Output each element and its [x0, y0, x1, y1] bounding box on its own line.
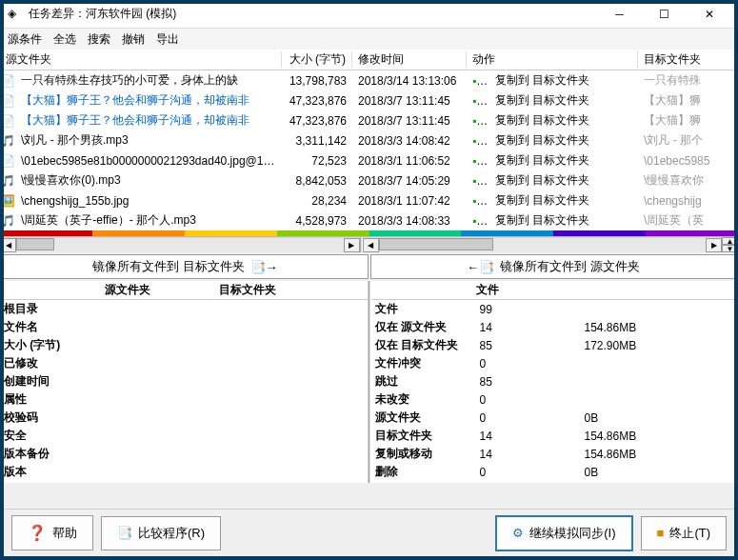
table-row[interactable]: 📄【大猫】狮子王？他会和狮子沟通，却被南非47,323,8762018/3/7 …	[0, 90, 738, 110]
action-icon: ▪▸▸	[467, 174, 489, 188]
mirror-left-icon: ←📑	[467, 260, 494, 274]
property-row: 版本备份	[0, 445, 368, 463]
table-row[interactable]: 🎵\刘凡 - 那个男孩.mp33,311,1422018/3/3 14:08:4…	[0, 130, 738, 150]
titlebar: ◈ 任务差异：河东软件园 (模拟) ─ ☐ ✕	[0, 0, 738, 29]
file-action: 复制到 目标文件夹	[489, 212, 638, 229]
col-target[interactable]: 目标文件夹	[638, 51, 738, 68]
file-action: 复制到 目标文件夹	[489, 72, 638, 89]
file-target: \chengshijg	[638, 194, 738, 208]
property-label: 校验码	[4, 410, 109, 426]
file-size: 8,842,053	[282, 174, 352, 188]
scroll-down-button[interactable]: ▼	[722, 245, 738, 252]
scroll-track-2[interactable]	[379, 238, 707, 252]
stat-row: 仅在 目标文件夹85172.90MB	[371, 336, 739, 354]
minimize-button[interactable]: ─	[598, 1, 641, 28]
table-row[interactable]: 🎵\慢慢喜欢你(0).mp38,842,0532018/3/7 14:05:29…	[0, 170, 738, 190]
menu-undo[interactable]: 撤销	[122, 31, 145, 48]
file-mtime: 2018/3/14 13:13:06	[352, 74, 467, 88]
scroll-thumb[interactable]	[16, 238, 54, 250]
action-icon: ▪▸▸	[467, 114, 489, 128]
file-icon: 🎵	[0, 214, 15, 228]
file-size: 13,798,783	[282, 74, 352, 88]
file-action: 复制到 目标文件夹	[489, 172, 638, 189]
table-row[interactable]: 📄一只有特殊生存技巧的小可爱，身体上的缺13,798,7832018/3/14 …	[0, 70, 738, 90]
property-row: 已修改	[0, 354, 368, 372]
stat-label: 文件冲突	[375, 355, 480, 371]
app-icon: ◈	[8, 7, 23, 22]
properties-panel: 根目录文件名大小 (字节)已修改创建时间属性校验码安全版本备份版本	[0, 300, 368, 483]
mirror-to-target-button[interactable]: 镜像所有文件到 目标文件夹 📑→	[2, 254, 369, 279]
stat-row: 跳过85	[371, 372, 739, 390]
scroll-left-button-2[interactable]: ◀	[363, 238, 379, 252]
file-target: \刘凡 - 那个	[638, 132, 738, 149]
stat-label: 源文件夹	[375, 410, 480, 426]
scroll-left-button[interactable]: ◀	[0, 238, 16, 252]
property-label: 已修改	[4, 355, 109, 371]
file-icon: 📄	[0, 114, 15, 128]
table-row[interactable]: 🖼️\chengshijg_155b.jpg28,2342018/3/1 11:…	[0, 190, 738, 210]
stat-row: 源文件夹00B	[371, 409, 739, 427]
property-label: 版本	[4, 464, 109, 480]
stat-extra: 154.86MB	[585, 448, 735, 461]
col-action[interactable]: 动作	[467, 51, 638, 68]
stat-extra: 172.90MB	[585, 339, 735, 352]
file-icon: 📄	[0, 74, 15, 88]
stat-row: 仅在 源文件夹14154.86MB	[371, 318, 739, 336]
menu-export[interactable]: 导出	[156, 31, 179, 48]
action-icon: ▪▸▸	[467, 194, 489, 208]
mirror-to-source-button[interactable]: ←📑 镜像所有文件到 源文件夹	[370, 254, 737, 279]
scrollbar-row: ◀ ▶ ◀ ▶ ▲ ▼	[0, 236, 738, 252]
col-mtime[interactable]: 修改时间	[352, 51, 467, 68]
property-label: 根目录	[4, 301, 109, 317]
stat-value: 0	[480, 466, 585, 479]
table-row[interactable]: 🎵\周延英（英子-effie）- 那个人.mp34,528,9732018/3/…	[0, 210, 738, 230]
stat-label: 复制或移动	[375, 446, 480, 462]
file-target: 【大猫】狮	[638, 92, 738, 109]
scroll-thumb-2[interactable]	[379, 238, 493, 250]
file-name: \周延英（英子-effie）- 那个人.mp3	[15, 212, 282, 229]
menu-search[interactable]: 搜索	[88, 31, 110, 48]
stats-panel: 文件99仅在 源文件夹14154.86MB仅在 目标文件夹85172.90MB文…	[371, 300, 739, 483]
file-table[interactable]: 📄一只有特殊生存技巧的小可爱，身体上的缺13,798,7832018/3/14 …	[0, 70, 738, 230]
file-name: 【大猫】狮子王？他会和狮子沟通，却被南非	[15, 92, 282, 109]
file-size: 4,528,973	[282, 214, 352, 228]
col-size[interactable]: 大小 (字节)	[282, 51, 352, 68]
table-row[interactable]: 📄\01ebec5985e81b0000000021293dad40.jpg@1…	[0, 150, 738, 170]
scroll-right-button-2[interactable]: ▶	[706, 238, 722, 252]
scroll-right-button[interactable]: ▶	[344, 238, 360, 252]
scroll-track[interactable]	[16, 238, 344, 252]
file-icon: 📄	[0, 154, 15, 168]
file-name: \慢慢喜欢你(0).mp3	[15, 172, 282, 189]
menu-selectall[interactable]: 全选	[53, 31, 76, 48]
maximize-button[interactable]: ☐	[643, 1, 686, 28]
file-name: 一只有特殊生存技巧的小可爱，身体上的缺	[15, 72, 282, 89]
file-mtime: 2018/3/7 14:05:29	[352, 174, 467, 188]
window-title: 任务差异：河东软件园 (模拟)	[29, 6, 598, 22]
property-row: 属性	[0, 390, 368, 409]
file-mtime: 2018/3/3 14:08:42	[352, 134, 467, 148]
file-action: 复制到 目标文件夹	[489, 152, 638, 169]
stat-label: 文件	[375, 301, 480, 317]
file-size: 72,523	[282, 154, 352, 168]
stat-row: 目标文件夹14154.86MB	[371, 427, 739, 445]
stat-value: 14	[480, 321, 585, 334]
property-label: 属性	[4, 391, 109, 408]
stat-value: 85	[480, 375, 585, 389]
col-source[interactable]: 源文件夹	[0, 51, 282, 68]
file-target: 【大猫】狮	[638, 112, 738, 129]
file-action: 复制到 目标文件夹	[489, 192, 638, 209]
property-row: 校验码	[0, 409, 368, 427]
stat-value: 14	[480, 430, 585, 443]
file-mtime: 2018/3/7 13:11:45	[352, 94, 467, 108]
stat-value: 14	[480, 448, 585, 461]
menu-source[interactable]: 源条件	[8, 31, 42, 48]
close-button[interactable]: ✕	[688, 1, 730, 28]
file-size: 28,234	[282, 194, 352, 208]
action-icon: ▪▸▸	[467, 134, 489, 148]
action-icon: ▪▸▸	[467, 214, 489, 228]
action-icon: ▪▸▸	[467, 154, 489, 168]
file-name: \chengshijg_155b.jpg	[15, 194, 282, 208]
stat-label: 跳过	[375, 373, 480, 390]
table-row[interactable]: 📄【大猫】狮子王？他会和狮子沟通，却被南非47,323,8762018/3/7 …	[0, 110, 738, 130]
property-label: 版本备份	[4, 446, 109, 462]
